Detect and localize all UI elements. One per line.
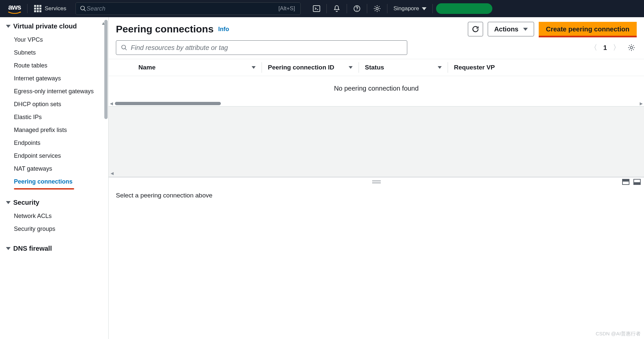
create-peering-connection-button[interactable]: Create peering connection [539, 22, 637, 36]
column-header-status[interactable]: Status [359, 64, 448, 71]
column-header-requester-vpc[interactable]: Requester VP [448, 64, 644, 71]
sidebar-item-dhcp-option-sets[interactable]: DHCP option sets [0, 98, 108, 111]
scroll-track[interactable] [113, 102, 640, 105]
sidebar-scrollbar[interactable] [104, 20, 108, 119]
column-label: Requester VP [454, 64, 495, 71]
nav-icons: Singapore [307, 3, 492, 14]
refresh-icon [471, 25, 479, 33]
column-label: Name [138, 64, 156, 71]
settings-icon[interactable] [367, 5, 387, 13]
svg-line-8 [125, 49, 127, 50]
page-next-button[interactable]: 〉 [613, 43, 620, 53]
actions-label: Actions [494, 25, 518, 33]
sidebar-section-title: DNS firewall [13, 245, 52, 252]
aws-logo[interactable]: aws [3, 3, 26, 14]
column-header-peering-id[interactable]: Peering connection ID [262, 64, 359, 71]
gear-icon [627, 44, 635, 52]
sidebar-section-security[interactable]: Security [0, 195, 108, 210]
sidebar-item-peering-connections[interactable]: Peering connections [0, 175, 108, 188]
watermark: CSDN @AI普惠行者 [596, 331, 641, 337]
top-nav: aws Services [Alt+S] Singapore [0, 0, 644, 17]
table-empty-message: No peering connection found [109, 76, 644, 101]
column-label: Status [365, 64, 384, 71]
sidebar-item-internet-gateways[interactable]: Internet gateways [0, 72, 108, 85]
resource-filter[interactable] [116, 40, 407, 55]
highlight-underline [539, 36, 637, 37]
split-gap-panel: ◀ [109, 106, 644, 177]
search-icon [121, 44, 127, 51]
scroll-thumb[interactable] [115, 102, 221, 105]
sidebar-item-route-tables[interactable]: Route tables [0, 59, 108, 72]
page-number: 1 [603, 44, 607, 52]
column-label: Peering connection ID [268, 64, 334, 71]
sidebar-item-managed-prefix-lists[interactable]: Managed prefix lists [0, 124, 108, 137]
aws-logo-text: aws [8, 3, 21, 12]
layout-bottom-button[interactable] [633, 179, 641, 185]
page-title: Peering connections [116, 23, 214, 35]
sidebar-item-security-groups[interactable]: Security groups [0, 223, 108, 235]
table-settings-button[interactable] [626, 42, 637, 53]
svg-point-5 [357, 10, 357, 11]
sidebar-item-nat-gateways[interactable]: NAT gateways [0, 162, 108, 175]
account-menu[interactable] [436, 3, 492, 14]
sidebar-section-title: Virtual private cloud [13, 22, 77, 30]
active-underline [14, 188, 74, 190]
sidebar-section-dns-firewall[interactable]: DNS firewall [0, 241, 108, 256]
pagination: 〈 1 〉 [590, 42, 637, 53]
sidebar-item-endpoints[interactable]: Endpoints [0, 137, 108, 149]
sidebar-item-elastic-ips[interactable]: Elastic IPs [0, 111, 108, 124]
sort-icon [349, 66, 353, 69]
refresh-button[interactable] [468, 22, 483, 36]
table-horizontal-scrollbar[interactable]: ◀ ▶ [109, 101, 644, 106]
caret-down-icon [422, 7, 426, 10]
notifications-icon[interactable] [327, 5, 347, 13]
drag-handle-icon [372, 181, 381, 183]
svg-line-1 [84, 10, 86, 11]
create-button-label: Create peering connection [546, 25, 629, 33]
region-selector[interactable]: Singapore [387, 5, 432, 12]
services-grid-icon [34, 5, 41, 12]
main-content: Peering connections Info Actions Create … [109, 17, 644, 339]
services-label: Services [45, 5, 66, 12]
caret-down-icon [6, 201, 11, 204]
sidebar-section-vpc[interactable]: Virtual private cloud [0, 19, 108, 33]
sort-icon [438, 66, 442, 69]
actions-dropdown[interactable]: Actions [488, 22, 534, 36]
split-handle[interactable] [109, 177, 644, 187]
region-label: Singapore [393, 5, 419, 12]
panel-left-icon[interactable]: ◀ [111, 171, 114, 176]
detail-prompt: Select a peering connection above [116, 192, 213, 199]
caret-down-icon [6, 25, 11, 28]
svg-point-6 [376, 8, 378, 10]
page-prev-button[interactable]: 〈 [590, 43, 597, 53]
nav-divider [27, 4, 27, 13]
sidebar-item-subnets[interactable]: Subnets [0, 46, 108, 59]
services-menu-button[interactable]: Services [29, 5, 72, 12]
sidebar-section-title: Security [13, 199, 39, 206]
info-link[interactable]: Info [218, 26, 229, 33]
caret-down-icon [6, 247, 11, 250]
sidebar-item-egress-only-igw[interactable]: Egress-only internet gateways [0, 85, 108, 98]
caret-down-icon [523, 28, 528, 31]
sidebar-item-network-acls[interactable]: Network ACLs [0, 210, 108, 223]
search-shortcut: [Alt+S] [278, 5, 295, 12]
aws-smile-icon [8, 12, 21, 14]
table-header: Name Peering connection ID Status Reques… [109, 59, 644, 76]
help-icon[interactable] [347, 5, 367, 13]
sidebar-item-endpoint-services[interactable]: Endpoint services [0, 149, 108, 162]
column-header-name[interactable]: Name [132, 64, 262, 71]
scroll-right-icon[interactable]: ▶ [640, 101, 643, 106]
svg-point-0 [81, 6, 85, 10]
search-input[interactable] [86, 5, 278, 12]
global-search[interactable]: [Alt+S] [75, 2, 301, 15]
page-header: Peering connections Info Actions Create … [109, 17, 644, 40]
sidebar: ▲ Virtual private cloud Your VPCs Subnet… [0, 17, 109, 339]
detail-panel: Select a peering connection above [109, 187, 644, 339]
cloudshell-icon[interactable] [307, 5, 326, 13]
svg-point-9 [630, 47, 633, 49]
sidebar-item-your-vpcs[interactable]: Your VPCs [0, 33, 108, 46]
layout-top-button[interactable] [622, 179, 629, 185]
scroll-left-icon[interactable]: ◀ [110, 101, 113, 106]
filter-row: 〈 1 〉 [109, 40, 644, 59]
filter-input[interactable] [131, 44, 402, 52]
